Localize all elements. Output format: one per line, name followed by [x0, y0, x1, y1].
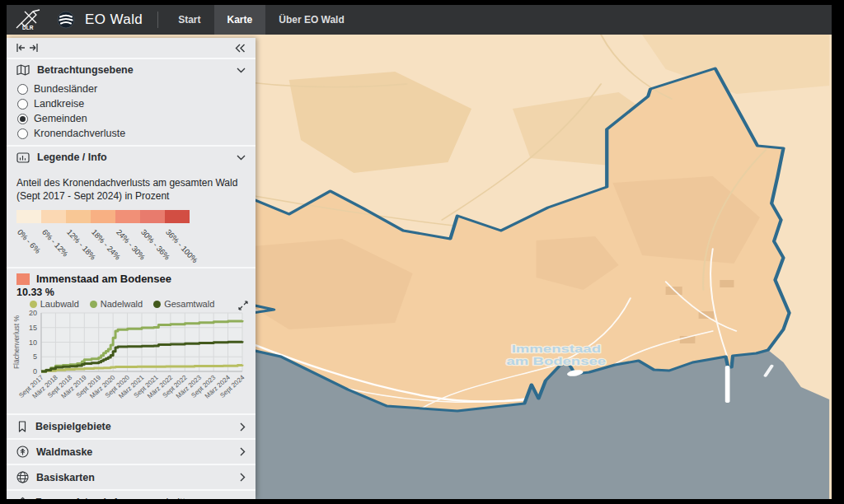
sidebar-item-label: Beispielgebiete: [35, 421, 111, 432]
betrachtungsebene-header[interactable]: Betrachtungsebene: [7, 59, 256, 81]
legend-label: Gesamtwald: [164, 299, 214, 309]
legend-dot: [90, 301, 97, 308]
selection-name: Immenstaad am Bodensee: [36, 273, 171, 285]
map-icon: [16, 64, 30, 76]
home-icon: [16, 497, 29, 499]
nav-start[interactable]: Start: [165, 5, 213, 35]
map-place-label: am Bodensee: [507, 355, 607, 367]
svg-text:Flächenverlust %: Flächenverlust %: [12, 315, 21, 370]
svg-text:10: 10: [29, 338, 37, 347]
timeseries-chart[interactable]: 05101520Sept 2017März 2018Sept 2018März …: [12, 309, 247, 411]
legend-icon: [16, 152, 30, 163]
sidebar-item-label: Basiskarten: [36, 472, 95, 483]
svg-text:5: 5: [33, 353, 37, 362]
section-legende: Legende / Info Anteil des Kronendachverl…: [7, 145, 256, 267]
chevron-right-icon: [240, 473, 246, 482]
scale-label: 0% - 6%: [16, 227, 43, 255]
fit-width-icon[interactable]: [16, 43, 38, 53]
sidebar-toolbar: [7, 38, 256, 58]
scale-cell: [16, 210, 41, 223]
chart-legend: LaubwaldNadelwaldGesamtwald: [12, 299, 232, 309]
legend-description: Anteil des Kronendachverlusts am gesamte…: [16, 176, 246, 203]
radio-bundesländer[interactable]: Bundesländer: [7, 82, 256, 96]
tree-icon: [16, 446, 29, 458]
app-window: DLR EO Wald StartKarteÜber EO Wald: [7, 5, 832, 499]
scale-cell: [66, 210, 91, 223]
radio-kronendachverluste[interactable]: Kronendachverluste: [7, 126, 256, 141]
svg-text:0: 0: [33, 367, 37, 376]
svg-text:DLR: DLR: [22, 25, 34, 30]
dlr-logo-icon: DLR: [15, 9, 49, 30]
chevron-down-icon: [237, 155, 246, 161]
zoom-reset-label: Zoom auf den Anfangsausschnitt: [35, 497, 185, 499]
legend-dot: [153, 301, 161, 308]
scale-cell: [115, 210, 140, 223]
section-links: BeispielgebieteWaldmaskeBasiskarten: [7, 413, 256, 489]
sidebar-item-label: Waldmaske: [36, 446, 92, 458]
radio-indicator[interactable]: [17, 128, 28, 139]
radio-landkreise[interactable]: Landkreise: [7, 96, 256, 111]
legende-title: Legende / Info: [37, 152, 107, 163]
svg-text:20: 20: [29, 309, 37, 317]
collapse-sidebar-icon[interactable]: [235, 44, 246, 53]
radio-indicator[interactable]: [17, 84, 28, 95]
selected-feature: Immenstaad am Bodensee 10.33 %: [7, 268, 256, 298]
chevron-right-icon: [240, 447, 246, 456]
betrachtungsebene-title: Betrachtungsebene: [37, 64, 134, 76]
scale-cell: [41, 210, 66, 223]
sidebar-item-basiskarten[interactable]: Basiskarten: [7, 464, 256, 489]
chevron-right-icon: [240, 422, 246, 432]
betrachtungsebene-options: BundesländerLandkreiseGemeindenKronendac…: [7, 81, 256, 145]
scale-cell: [165, 210, 190, 223]
scale-cell: [91, 210, 115, 223]
selection-value: 10.33 %: [16, 287, 246, 298]
header-divider: [157, 12, 158, 28]
radio-label: Gemeinden: [34, 113, 87, 124]
chart-legend-laubwald[interactable]: Laubwald: [30, 299, 79, 309]
section-selection: Immenstaad am Bodensee 10.33 % LaubwaldN…: [7, 267, 256, 413]
selection-swatch: [16, 273, 30, 285]
chart-legend-gesamtwald[interactable]: Gesamtwald: [153, 299, 214, 309]
section-betrachtungsebene: Betrachtungsebene BundesländerLandkreise…: [7, 58, 256, 145]
legend-color-scale: [16, 210, 246, 223]
legend-block: Anteil des Kronendachverlusts am gesamte…: [7, 168, 256, 267]
brand: DLR EO Wald: [7, 9, 152, 30]
radio-gemeinden[interactable]: Gemeinden: [7, 111, 256, 126]
scale-label: 36% - 100%: [164, 227, 199, 264]
bookmark-icon: [16, 421, 28, 432]
nav-karte[interactable]: Karte: [214, 5, 266, 35]
sidebar-item-waldmaske[interactable]: Waldmaske: [7, 438, 256, 464]
sidebar-item-beispielgebiete[interactable]: Beispielgebiete: [7, 415, 256, 438]
scale-cell: [140, 210, 165, 223]
sidebar: Betrachtungsebene BundesländerLandkreise…: [7, 38, 256, 499]
legend-dot: [30, 301, 37, 308]
radio-label: Landkreise: [34, 98, 84, 110]
radio-indicator[interactable]: [17, 99, 28, 110]
zoom-reset-button[interactable]: Zoom auf den Anfangsausschnitt: [7, 489, 256, 499]
chevron-down-icon: [237, 68, 246, 73]
header-nav: StartKarteÜber EO Wald: [165, 5, 358, 35]
eo-logo-icon: [57, 11, 75, 29]
legend-label: Laubwald: [40, 299, 79, 309]
app-title: EO Wald: [85, 12, 143, 28]
chart-block: LaubwaldNadelwaldGesamtwald 05101520Sept…: [7, 299, 256, 413]
nav-über-eo-wald[interactable]: Über EO Wald: [265, 5, 358, 35]
radio-label: Kronendachverluste: [34, 128, 125, 139]
expand-chart-icon[interactable]: [238, 301, 248, 310]
legend-label: Nadelwald: [101, 299, 143, 309]
radio-label: Bundesländer: [34, 83, 97, 95]
map-place-label: Immenstaad: [512, 343, 601, 355]
app-header: DLR EO Wald StartKarteÜber EO Wald: [7, 5, 832, 35]
radio-indicator[interactable]: [17, 114, 28, 124]
legend-scale-labels: 0% - 6%6% - 12%12% - 18%18% - 24%24% - 3…: [16, 225, 246, 264]
chart-legend-nadelwald[interactable]: Nadelwald: [90, 299, 143, 309]
globe-icon: [16, 471, 29, 483]
svg-text:15: 15: [29, 324, 37, 332]
legende-header[interactable]: Legende / Info: [7, 147, 256, 168]
